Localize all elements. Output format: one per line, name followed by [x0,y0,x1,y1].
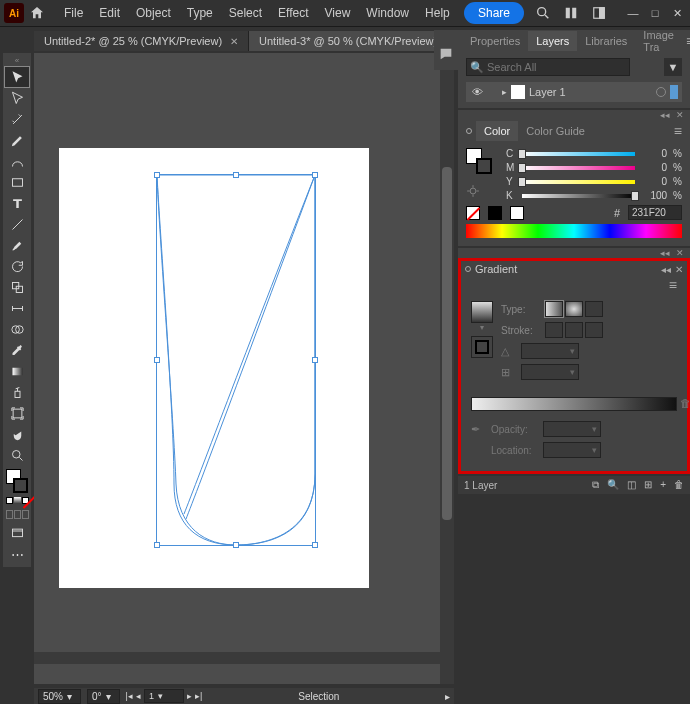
stroke-swatch[interactable] [13,478,28,493]
document-tab[interactable]: Untitled-3* @ 50 % (CMYK/Preview) ✕ [249,31,464,51]
menu-view[interactable]: View [317,2,359,24]
expand-icon[interactable]: ▸ [502,87,507,97]
menu-effect[interactable]: Effect [270,2,316,24]
selection-tool[interactable] [5,67,29,87]
new-sublayer-icon[interactable]: ⊞ [644,479,652,491]
first-page-icon[interactable]: |◂ [126,691,133,701]
tab-image-trace[interactable]: Image Tra [635,25,682,57]
paintbrush-tool[interactable] [5,235,29,255]
radial-gradient-button[interactable] [565,301,583,317]
menu-file[interactable]: File [56,2,91,24]
arrange-icon[interactable] [562,4,580,22]
gradient-color-icon[interactable] [14,497,21,504]
opacity-dropdown[interactable]: ▾ [543,421,601,437]
angle-dropdown[interactable]: ▾ [521,343,579,359]
gradient-tool[interactable] [5,361,29,381]
draw-behind-icon[interactable] [14,510,21,519]
location-dropdown[interactable]: ▾ [543,442,601,458]
find-icon[interactable]: 🔍 [607,479,619,491]
delete-stop-icon[interactable]: 🗑 [680,397,690,409]
edit-toolbar-icon[interactable]: ⋯ [5,544,29,564]
curvature-tool[interactable] [5,151,29,171]
aspect-dropdown[interactable]: ▾ [521,364,579,380]
symbol-sprayer-tool[interactable] [5,382,29,402]
next-page-icon[interactable]: ▸ [187,691,192,701]
panel-menu-icon[interactable]: ≡ [670,123,686,139]
close-panel-icon[interactable]: ✕ [676,248,684,258]
resize-handle[interactable] [233,542,239,548]
panel-menu-icon[interactable]: ≡ [665,277,681,293]
resize-handle[interactable] [312,357,318,363]
fill-stroke-swatch[interactable] [466,148,492,174]
rectangle-tool[interactable] [5,172,29,192]
black-value[interactable]: 100 [641,190,667,201]
black-slider[interactable] [522,191,635,201]
none-color-icon[interactable] [22,497,29,504]
canvas-area[interactable] [34,53,454,684]
resize-handle[interactable] [233,172,239,178]
resize-handle[interactable] [312,542,318,548]
search-icon[interactable] [534,4,552,22]
cyan-slider[interactable] [522,149,635,159]
document-tab[interactable]: Untitled-2* @ 25 % (CMYK/Preview) ✕ [34,31,249,51]
magenta-slider[interactable] [522,163,635,173]
resize-handle[interactable] [154,357,160,363]
draw-inside-icon[interactable] [22,510,29,519]
menu-window[interactable]: Window [358,2,417,24]
page-dropdown[interactable]: 1▾ [144,689,184,703]
color-spectrum[interactable] [466,224,682,238]
magenta-value[interactable]: 0 [641,162,667,173]
collapsed-dock[interactable] [434,30,458,70]
gradient-slider[interactable]: 🗑 [471,397,677,411]
resize-handle[interactable] [312,172,318,178]
fill-stroke-swatch[interactable] [5,468,29,494]
collapse-icon[interactable]: ◂◂ [660,110,670,120]
filter-icon[interactable]: ▼ [664,58,682,76]
status-chevron-icon[interactable]: ▸ [445,691,450,702]
magic-wand-tool[interactable] [5,109,29,129]
bounding-box[interactable] [156,174,316,546]
direct-selection-tool[interactable] [5,88,29,108]
zoom-dropdown[interactable]: 50%▾ [38,689,81,704]
menu-select[interactable]: Select [221,2,270,24]
horizontal-scrollbar[interactable] [34,652,440,664]
stroke-across-button[interactable] [585,322,603,338]
new-layer-icon[interactable]: + [660,479,666,491]
pen-tool[interactable] [5,130,29,150]
delete-layer-icon[interactable]: 🗑 [674,479,684,491]
last-page-icon[interactable]: ▸| [195,691,202,701]
gradient-fill-stroke[interactable] [471,336,493,358]
home-icon[interactable] [26,2,48,24]
resize-handle[interactable] [154,542,160,548]
close-panel-icon[interactable]: ✕ [675,264,683,275]
tab-color-guide[interactable]: Color Guide [518,121,593,141]
minimize-button[interactable]: — [624,6,642,20]
visibility-icon[interactable]: 👁 [470,86,484,98]
hex-input[interactable] [628,205,682,220]
collapse-icon[interactable]: ◂◂ [661,264,671,275]
artboard-tool[interactable] [5,403,29,423]
stroke-within-button[interactable] [545,322,563,338]
draw-normal-icon[interactable] [6,510,13,519]
menu-object[interactable]: Object [128,2,179,24]
rotate-dropdown[interactable]: 0°▾ [87,689,120,704]
white-swatch[interactable] [510,206,524,220]
eyedropper-tool[interactable] [5,340,29,360]
yellow-value[interactable]: 0 [641,176,667,187]
hand-tool[interactable] [5,424,29,444]
layer-row[interactable]: 👁 ▸ Layer 1 [466,82,682,102]
tab-color[interactable]: Color [476,121,518,141]
freeform-gradient-button[interactable] [585,301,603,317]
menu-edit[interactable]: Edit [91,2,128,24]
layers-search-input[interactable] [466,58,630,76]
black-swatch[interactable] [488,206,502,220]
collapse-icon[interactable]: ◂◂ [660,248,670,258]
eyedropper-icon[interactable]: ✒ [471,423,485,436]
tab-layers[interactable]: Layers [528,31,577,51]
scale-tool[interactable] [5,277,29,297]
layer-name-label[interactable]: Layer 1 [529,86,652,98]
shape-builder-tool[interactable] [5,319,29,339]
linear-gradient-button[interactable] [545,301,563,317]
chat-icon[interactable] [438,46,454,62]
clip-mask-icon[interactable]: ◫ [627,479,636,491]
